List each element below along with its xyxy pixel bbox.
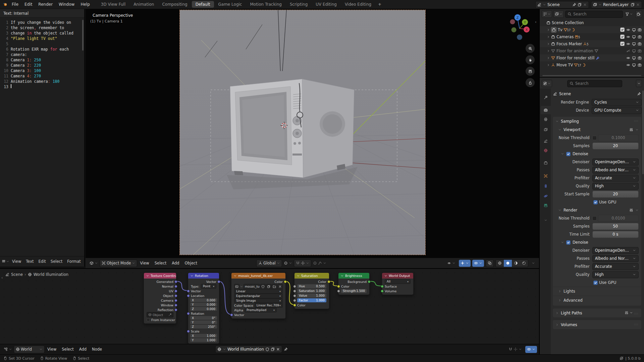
input-socket[interactable] bbox=[293, 290, 296, 293]
input-socket[interactable] bbox=[187, 312, 190, 315]
sidebar-collapse-arrow[interactable]: ‹ bbox=[535, 20, 536, 24]
eye-toggle[interactable] bbox=[625, 56, 631, 60]
node-brightness[interactable]: BrightnessBackgroundColorStrength1.500 bbox=[338, 273, 370, 295]
monitor-toggle[interactable] bbox=[631, 42, 637, 46]
outliner-filter-dropdown[interactable] bbox=[624, 11, 634, 17]
node-header[interactable]: World Output bbox=[382, 273, 413, 279]
object-field[interactable]: Object bbox=[144, 312, 176, 317]
properties-tab-scene[interactable] bbox=[541, 137, 551, 145]
menu-file[interactable]: File bbox=[9, 2, 21, 7]
axis-field[interactable]: X0.000 bbox=[188, 298, 219, 302]
node-header[interactable]: Rotation bbox=[188, 273, 219, 279]
properties-tab-view-layer[interactable] bbox=[541, 125, 551, 134]
output-socket[interactable] bbox=[174, 299, 177, 302]
viewport-menu-object[interactable]: Object bbox=[182, 261, 200, 265]
viewport-editor-type-dropdown[interactable] bbox=[88, 260, 100, 267]
grip-handle[interactable]: ∷∷ bbox=[634, 120, 639, 123]
outliner-row-move-tv[interactable]: Move TV17 bbox=[540, 61, 644, 68]
value-slider[interactable]: 0 s bbox=[592, 231, 639, 238]
dropdown[interactable]: Single Image▾ bbox=[234, 298, 283, 303]
use-gpu-checkbox[interactable] bbox=[593, 281, 598, 285]
subpanel-header-denoise[interactable]: Denoise bbox=[553, 150, 641, 158]
pin-icon[interactable] bbox=[572, 3, 576, 7]
input-socket[interactable] bbox=[381, 285, 384, 288]
outliner-item-label[interactable]: Cameras bbox=[556, 35, 574, 39]
input-socket[interactable] bbox=[293, 285, 296, 288]
text-menu-select[interactable]: Select bbox=[48, 259, 65, 264]
text-editor-scrollbar[interactable] bbox=[82, 20, 84, 51]
tab-3d-view-full[interactable]: 3D View Full bbox=[97, 1, 129, 8]
panel-header-light-paths[interactable]: Light Paths ∷∷ bbox=[553, 308, 641, 317]
expand-arrow[interactable] bbox=[546, 35, 551, 39]
eyeoff-toggle[interactable] bbox=[625, 49, 631, 53]
code-line[interactable]: 12Animation camera: 180 bbox=[0, 79, 84, 84]
overlays-toggle[interactable] bbox=[472, 260, 484, 267]
new-collection-button[interactable] bbox=[635, 10, 642, 18]
text-menu-format[interactable]: Format bbox=[65, 259, 83, 264]
presets-icon[interactable] bbox=[625, 311, 633, 315]
outliner-search-input[interactable]: Search bbox=[565, 11, 623, 18]
image-name[interactable]: mosaic_tunnel_4k... bbox=[244, 284, 260, 289]
code-line[interactable]: 3change in the object called bbox=[0, 31, 84, 36]
node-header[interactable]: Brightness bbox=[338, 273, 369, 279]
tab-animation[interactable]: Animation bbox=[130, 1, 158, 8]
node-checkbox-row[interactable]: From Instancer bbox=[144, 317, 176, 322]
proportional-editing-controls[interactable] bbox=[311, 260, 328, 267]
denoise-checkbox[interactable] bbox=[566, 152, 571, 156]
render-layer-name[interactable]: RenderLayer bbox=[603, 2, 629, 7]
output-socket[interactable] bbox=[174, 304, 177, 307]
prop-dropdown[interactable]: Color SpaceLinear Rec.709▾ bbox=[231, 303, 285, 308]
grip-handle[interactable]: ∷∷ bbox=[634, 312, 639, 315]
text-editor-type-icon[interactable] bbox=[2, 259, 6, 263]
input-socket[interactable] bbox=[381, 290, 384, 293]
node-rotation[interactable]: RotationVectorType:Point▾VectorLocationX… bbox=[188, 273, 219, 344]
output-socket[interactable] bbox=[174, 294, 177, 297]
input-socket[interactable] bbox=[187, 290, 190, 293]
dropdown[interactable]: OpenImageDenoise bbox=[592, 247, 639, 254]
eye-toggle[interactable] bbox=[625, 42, 631, 46]
node-dropdown[interactable]: Equirectangular▾ bbox=[231, 294, 285, 298]
properties-tab-collection[interactable] bbox=[541, 159, 551, 167]
value-slider[interactable]: 20 bbox=[592, 191, 639, 198]
subpanel-header-viewport[interactable]: Viewport bbox=[553, 126, 641, 134]
properties-tab-output[interactable] bbox=[541, 115, 551, 123]
render-layer-selector[interactable]: RenderLayer bbox=[591, 1, 642, 8]
monitor-toggle[interactable] bbox=[631, 28, 637, 32]
node-menu-select[interactable]: Select bbox=[59, 347, 76, 352]
outliner-row-floor-for-render-still[interactable]: Floor for render still bbox=[540, 54, 644, 61]
tab-compositing[interactable]: Compositing bbox=[158, 1, 191, 8]
tab-uv-editing[interactable]: UV Editing bbox=[312, 1, 340, 8]
use-gpu-checkbox[interactable] bbox=[593, 200, 598, 204]
camera-toggle[interactable] bbox=[637, 35, 642, 39]
add-workspace-button[interactable]: + bbox=[376, 1, 384, 8]
code-line[interactable]: 7camera: bbox=[0, 52, 84, 57]
outliner-item-label[interactable]: Focus Marker bbox=[556, 42, 582, 46]
properties-tabs-more[interactable] bbox=[541, 216, 551, 224]
unlink-button[interactable] bbox=[277, 284, 283, 289]
transform-orientation-dropdown[interactable]: Global bbox=[256, 259, 282, 267]
code-lines[interactable]: 1If you change the video on2the screen, … bbox=[0, 18, 84, 89]
code-line[interactable]: 9Camera 2: 220 bbox=[0, 63, 84, 68]
image-icon-button[interactable] bbox=[234, 284, 239, 289]
mode-dropdown[interactable]: Object Mode bbox=[100, 259, 137, 267]
node-menu-view[interactable]: View bbox=[45, 347, 59, 352]
value-field-strength[interactable]: Strength1.500 bbox=[338, 289, 369, 293]
monitor-toggle[interactable] bbox=[631, 56, 637, 60]
collapse-arrow[interactable]: ‹ bbox=[1, 276, 3, 280]
zoom-button[interactable] bbox=[526, 44, 535, 53]
viewport-menu-view[interactable]: View bbox=[137, 261, 152, 265]
monitor-toggle[interactable] bbox=[631, 49, 637, 53]
node-header[interactable]: Texture Coordinate bbox=[144, 273, 176, 279]
monitor-toggle[interactable] bbox=[631, 35, 637, 39]
node-saturation[interactable]: SaturationColorHue0.500Saturation1.000Va… bbox=[294, 273, 329, 309]
expand-arrow[interactable] bbox=[546, 49, 551, 53]
presets-icon[interactable] bbox=[629, 208, 633, 212]
properties-scrollbar[interactable] bbox=[642, 90, 644, 174]
value-slider[interactable]: 0.0100 bbox=[598, 215, 639, 222]
properties-tab-object[interactable] bbox=[541, 172, 551, 180]
camera-toggle[interactable] bbox=[637, 63, 642, 67]
properties-tab-world[interactable] bbox=[541, 146, 551, 155]
viewport-menu-add[interactable]: Add bbox=[169, 261, 182, 265]
properties-tab-tool[interactable] bbox=[541, 93, 551, 102]
camera-toggle[interactable] bbox=[637, 56, 642, 60]
